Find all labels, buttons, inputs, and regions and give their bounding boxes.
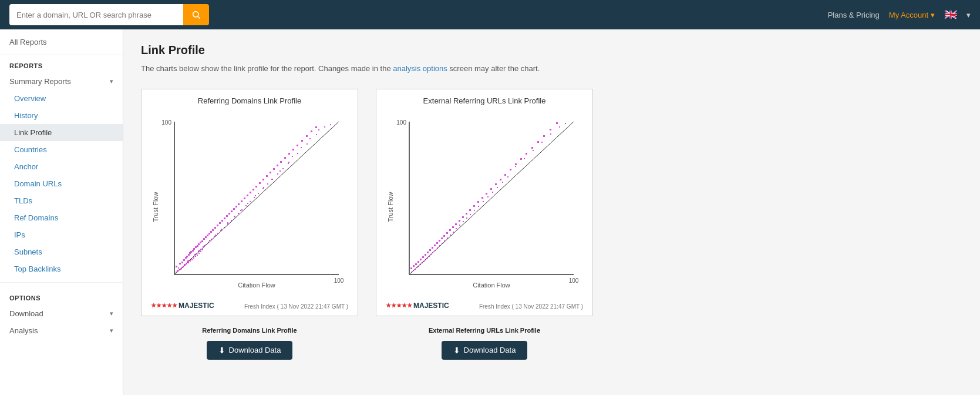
- download-group[interactable]: Download ▾: [0, 305, 123, 322]
- svg-rect-105: [221, 229, 222, 230]
- svg-rect-40: [235, 206, 237, 207]
- svg-rect-61: [311, 130, 312, 132]
- sidebar-item-anchor[interactable]: Anchor: [0, 158, 123, 175]
- svg-rect-223: [487, 196, 489, 198]
- svg-rect-21: [197, 245, 198, 247]
- sidebar-item-subnets[interactable]: Subnets: [0, 243, 123, 260]
- main-content: Link Profile The charts below show the l…: [123, 29, 980, 395]
- svg-rect-137: [198, 253, 200, 254]
- svg-rect-52: [273, 168, 275, 170]
- svg-rect-195: [413, 270, 414, 271]
- svg-rect-122: [324, 126, 325, 128]
- svg-rect-154: [427, 252, 429, 253]
- svg-rect-168: [466, 213, 467, 215]
- svg-rect-84: [238, 213, 239, 214]
- download-icon-2: ⬇: [453, 346, 460, 355]
- svg-text:Citation Flow: Citation Flow: [238, 282, 275, 289]
- svg-rect-191: [550, 133, 551, 135]
- svg-rect-107: [234, 216, 235, 217]
- svg-rect-186: [556, 122, 558, 124]
- sidebar-item-ips[interactable]: IPs: [0, 226, 123, 243]
- sidebar-item-history[interactable]: History: [0, 107, 123, 124]
- svg-rect-175: [495, 183, 497, 185]
- svg-rect-38: [231, 210, 233, 212]
- svg-rect-76: [211, 239, 212, 240]
- svg-rect-111: [263, 187, 264, 188]
- sidebar-item-tlds[interactable]: TLDs: [0, 192, 123, 209]
- sidebar-item-link-profile[interactable]: Link Profile: [0, 124, 123, 141]
- chevron-down-icon: ▾: [931, 11, 935, 19]
- svg-rect-91: [267, 183, 268, 185]
- plans-pricing-link[interactable]: Plans & Pricing: [828, 11, 880, 19]
- svg-rect-208: [437, 247, 438, 249]
- my-account-link[interactable]: My Account ▾: [889, 11, 935, 19]
- chart1-section: Referring Domains Link Profile Trust Flo…: [141, 89, 358, 360]
- download-icon: ⬇: [218, 346, 225, 355]
- svg-rect-133: [191, 259, 193, 260]
- svg-rect-39: [233, 208, 235, 210]
- svg-rect-74: [206, 244, 207, 245]
- svg-rect-44: [247, 195, 248, 196]
- svg-rect-62: [315, 126, 317, 128]
- svg-rect-174: [490, 188, 492, 190]
- all-reports-link[interactable]: All Reports: [0, 29, 123, 55]
- svg-rect-165: [455, 223, 457, 225]
- svg-rect-184: [543, 135, 545, 137]
- svg-rect-135: [195, 256, 196, 257]
- svg-rect-178: [510, 169, 511, 170]
- svg-rect-226: [502, 182, 503, 183]
- svg-rect-176: [500, 179, 501, 180]
- svg-rect-127: [181, 268, 182, 269]
- svg-rect-15: [188, 254, 190, 256]
- sidebar-item-countries[interactable]: Countries: [0, 141, 123, 158]
- svg-rect-162: [446, 232, 448, 234]
- svg-rect-197: [416, 267, 417, 268]
- analysis-options-link[interactable]: analysis options: [393, 64, 447, 73]
- svg-rect-211: [444, 240, 445, 242]
- svg-rect-75: [208, 242, 209, 243]
- svg-rect-116: [307, 143, 308, 145]
- download-label: Download: [9, 309, 43, 318]
- svg-rect-190: [541, 142, 543, 143]
- sidebar-item-top-backlinks[interactable]: Top Backlinks: [0, 260, 123, 277]
- svg-rect-173: [486, 193, 487, 195]
- svg-rect-218: [466, 217, 467, 219]
- svg-rect-181: [526, 153, 527, 155]
- sidebar-item-ref-domains[interactable]: Ref Domains: [0, 209, 123, 226]
- chart1-download-button[interactable]: ⬇ Download Data: [207, 341, 293, 360]
- svg-rect-169: [469, 209, 471, 211]
- chart2-title: External Referring URLs Link Profile: [386, 96, 583, 105]
- svg-rect-155: [429, 249, 431, 251]
- svg-rect-78: [217, 233, 218, 234]
- svg-rect-160: [441, 237, 443, 239]
- sidebar: All Reports REPORTS Summary Reports ▾ Ov…: [0, 29, 123, 395]
- svg-text:100: 100: [334, 277, 344, 284]
- sidebar-item-domain-urls[interactable]: Domain URLs: [0, 175, 123, 192]
- chart2-download-button[interactable]: ⬇ Download Data: [442, 341, 528, 360]
- svg-text:100: 100: [161, 119, 171, 126]
- svg-rect-19: [193, 248, 195, 250]
- svg-rect-128: [183, 266, 184, 267]
- svg-rect-200: [422, 262, 423, 263]
- search-input[interactable]: [9, 4, 183, 25]
- svg-rect-57: [292, 149, 294, 150]
- svg-rect-209: [439, 245, 440, 246]
- sidebar-item-overview[interactable]: Overview: [0, 90, 123, 107]
- svg-rect-110: [255, 195, 256, 196]
- flag-icon[interactable]: 🇬🇧: [944, 8, 957, 21]
- chart1-title: Referring Domains Link Profile: [151, 96, 348, 105]
- svg-text:Trust Flow: Trust Flow: [387, 192, 394, 222]
- svg-rect-120: [309, 138, 311, 139]
- analysis-group[interactable]: Analysis ▾: [0, 322, 123, 339]
- svg-rect-161: [443, 235, 445, 237]
- svg-rect-172: [481, 197, 483, 199]
- summary-reports-group[interactable]: Summary Reports ▾: [0, 73, 123, 90]
- search-button[interactable]: [183, 4, 209, 25]
- svg-rect-67: [188, 260, 190, 261]
- svg-rect-24: [201, 240, 203, 242]
- svg-rect-130: [186, 263, 187, 265]
- search-icon: [191, 10, 201, 19]
- svg-rect-217: [463, 221, 464, 222]
- svg-rect-183: [537, 141, 539, 143]
- svg-rect-79: [220, 230, 221, 231]
